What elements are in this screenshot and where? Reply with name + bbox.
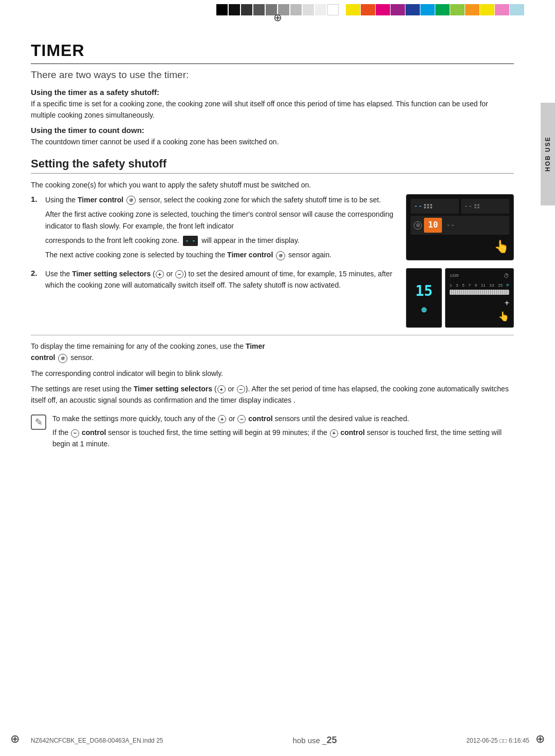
registration-squares — [216, 4, 339, 15]
page-title: TIMER — [31, 41, 514, 64]
countdown-heading: Using the timer to count down: — [31, 126, 514, 135]
step-1-para1: Using the Timer control ⊕ sensor, select… — [45, 194, 396, 205]
swatch-cyan — [420, 4, 435, 15]
step-2-num: 2. — [31, 268, 45, 277]
diag2-right: 1335 ⏱ 1 3 5 7 9 11 13 15 — [445, 268, 514, 328]
diag1-cell-tl: -- — [411, 199, 459, 214]
step-2-row: Use the Timer setting selectors (+ or −)… — [45, 268, 514, 328]
diag2-hand-icon: 👆 — [498, 311, 509, 322]
diag2-timer-icon: ⊕ — [421, 305, 427, 316]
crosshair-icon: ⊕ — [273, 11, 282, 24]
footer-date: 2012-06-25 □□ 6:16:45 — [466, 737, 529, 744]
black-sq-8 — [303, 4, 314, 15]
swatch-purple — [391, 4, 405, 15]
step-1-diagram: -- — [406, 194, 514, 261]
shutoff-intro: The cooking zone(s) for which you want t… — [31, 180, 514, 191]
page-num-bold: 25 — [326, 735, 337, 745]
printer-marks-area: ⊕ — [0, 0, 555, 28]
plus-circle: + — [156, 270, 164, 278]
swatch-green — [435, 4, 450, 15]
note-control-bold: control — [248, 414, 272, 423]
diag2-top-row: 1335 ⏱ — [450, 272, 509, 280]
timer-setting-bold: Timer setting selectors — [72, 270, 151, 278]
diag2-plus: + — [505, 297, 509, 310]
footer-filename: NZ642NCFCBK_EE_DG68-00463A_EN.indd 25 — [31, 737, 163, 744]
timer-control-bold: Timer control — [78, 196, 123, 204]
swatch-yellow2 — [480, 4, 494, 15]
swatch-yellow — [346, 4, 360, 15]
diag1-highlight: 10 — [424, 218, 442, 233]
page-footer: NZ642NCFCBK_EE_DG68-00463A_EN.indd 25 ho… — [31, 735, 529, 746]
black-sq-2 — [229, 4, 240, 15]
or-text-2: or — [228, 385, 234, 393]
hand-area: 👆 — [411, 237, 509, 256]
black-sq-3 — [241, 4, 252, 15]
step-1: 1. Using the Timer control ⊕ sensor, sel… — [31, 194, 514, 261]
divider — [31, 335, 514, 335]
note-line2: If the − control sensor is touched first… — [52, 427, 514, 449]
note-plus-2: + — [330, 429, 338, 438]
black-sq-7 — [290, 4, 302, 15]
swatch-pink — [495, 4, 509, 15]
note-icon: ✎ — [31, 414, 46, 430]
diag2-hand-area: 👆 — [450, 310, 509, 324]
note-box: ✎ To make the settings more quickly, tou… — [31, 413, 514, 450]
swatch-red — [361, 4, 375, 15]
step-2-text: Use the Timer setting selectors (+ or −)… — [45, 268, 396, 291]
timer-control-icon-2: ⊕ — [276, 251, 285, 260]
step-2-diagram: 15 ⊕ 1335 ⏱ 1 3 5 — [406, 268, 514, 328]
diag2-number: 15 — [415, 280, 433, 302]
diag2-fill — [450, 290, 509, 295]
black-sq-6 — [278, 4, 289, 15]
diag2-label-left: 1335 — [450, 273, 459, 279]
safety-shutoff-section: Using the timer as a safety shutoff: If … — [31, 88, 514, 121]
black-sq-10 — [327, 4, 339, 15]
diag1-cell-tr: -- — [461, 199, 509, 214]
diag2-scale-nums: 1 3 5 7 9 11 13 15 P — [450, 282, 509, 289]
minus-circle: − — [175, 270, 183, 278]
safety-shutoff-heading: Using the timer as a safety shutoff: — [31, 88, 514, 97]
step-2: 2. Use the Timer setting selectors (+ or… — [31, 268, 514, 328]
black-sq-1 — [216, 4, 228, 15]
diag1-cell-bottom: ⊕ 10 -- — [411, 216, 509, 235]
note-line1: To make the settings more quickly, touch… — [52, 413, 514, 425]
black-sq-5 — [266, 4, 277, 15]
step-1-para2: After the first active cooking zone is s… — [45, 209, 396, 232]
black-sq-4 — [253, 4, 265, 15]
swatch-lightblue — [510, 4, 524, 15]
minus-circle-2: − — [237, 385, 245, 393]
countdown-section: Using the timer to count down: The count… — [31, 126, 514, 148]
note-plus: + — [218, 415, 226, 423]
timer-control-icon-3: ⊕ — [58, 354, 67, 363]
plus-circle-2: + — [217, 385, 226, 393]
note-minus-2: − — [71, 429, 79, 438]
dash-display: - - — [183, 236, 198, 246]
steps-container: 1. Using the Timer control ⊕ sensor, sel… — [31, 194, 514, 328]
black-sq-9 — [315, 4, 326, 15]
note-control-bold-3: control — [340, 428, 364, 437]
safety-shutoff-body: If a specific time is set for a cooking … — [31, 99, 514, 121]
para-reset: The settings are reset using the Timer s… — [31, 383, 514, 406]
diag2-bar — [450, 290, 509, 295]
swatch-orange — [465, 4, 479, 15]
note-control-bold-2: control — [82, 428, 106, 437]
swatch-magenta — [376, 4, 390, 15]
main-content: TIMER There are two ways to use the time… — [31, 41, 529, 715]
step-2-content: Use the Timer setting selectors (+ or −)… — [45, 268, 514, 328]
page-number: hob use _25 — [292, 735, 337, 746]
bottom-crosshair-right: ⊕ — [535, 732, 545, 746]
step-1-text: Using the Timer control ⊕ sensor, select… — [45, 194, 396, 261]
step-2-para: Use the Timer setting selectors (+ or −)… — [45, 268, 396, 291]
color-swatches — [346, 4, 524, 15]
side-tab: HOB USE — [541, 103, 555, 205]
note-text: To make the settings more quickly, touch… — [52, 413, 514, 450]
or-text: or — [166, 270, 173, 278]
step-1-row: Using the Timer control ⊕ sensor, select… — [45, 194, 514, 261]
note-minus: − — [237, 415, 246, 423]
bottom-crosshair-left: ⊕ — [10, 732, 20, 746]
step-1-para4: The next active cooking zone is selected… — [45, 249, 396, 260]
para-blink: The corresponding control indicator will… — [31, 368, 514, 379]
para-timer-display: To display the time remaining for any of… — [31, 341, 514, 364]
shutoff-section-title: Setting the safety shutoff — [31, 157, 514, 174]
step-1-para3: corresponds to the front left cooking zo… — [45, 235, 396, 246]
